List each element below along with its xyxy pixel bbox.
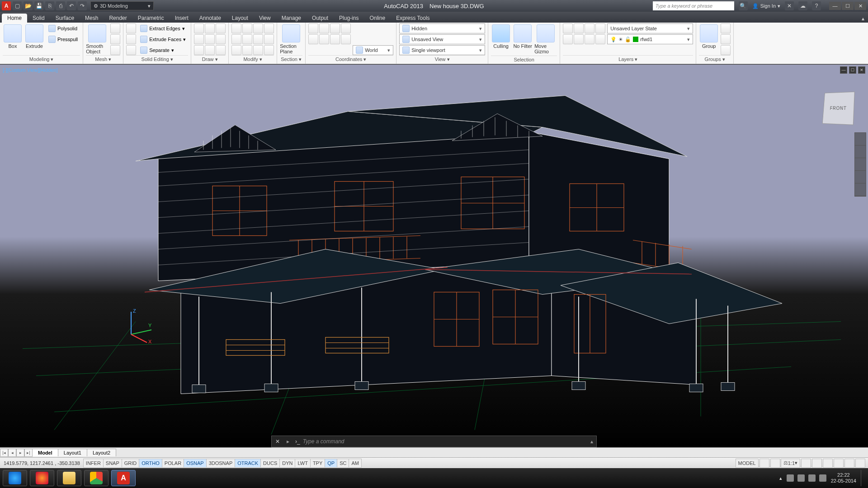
layer-tool-3-button[interactable] [585,23,594,33]
ungroup-button[interactable] [721,23,731,33]
tab-annotate[interactable]: Annotate [194,14,226,23]
tab-solid[interactable]: Solid [27,14,50,23]
tray-network-icon[interactable] [808,474,816,482]
ucs-2-button[interactable] [319,23,329,33]
tray-volume-icon[interactable] [819,474,826,482]
layer-state-dropdown[interactable]: Unsaved Layer State [607,23,693,33]
toggle-snap[interactable]: SNAP [103,459,122,468]
command-expand-icon[interactable]: ▴ [587,438,596,445]
trim-button[interactable] [253,23,263,33]
panel-title-modeling[interactable]: Modeling [3,55,80,64]
tab-surface[interactable]: Surface [50,14,80,23]
show-desktop-button[interactable] [861,470,865,486]
annotation-visibility-button[interactable] [801,459,811,468]
offset-button[interactable] [264,45,274,55]
scale-button[interactable] [242,45,252,55]
ribbon-collapse-icon[interactable]: ▴ [858,14,868,23]
section-plane-button[interactable]: Section Plane [280,23,302,54]
tab-expresstools[interactable]: Express Tools [391,14,435,23]
hardware-accel-button[interactable] [834,459,844,468]
toggle-qp[interactable]: QP [325,459,337,468]
tab-next-button[interactable]: ▸ [16,449,24,457]
viewport-config-dropdown[interactable]: Single viewport [399,45,485,55]
toggle-lwt[interactable]: LWT [295,459,310,468]
spline-button[interactable] [216,34,226,44]
mirror-button[interactable] [242,34,252,44]
explode-button[interactable] [264,34,274,44]
panel-title-coordinates[interactable]: Coordinates [308,55,393,64]
extract-edges-button[interactable]: Extract Edges ▾ [138,23,188,33]
toggle-otrack[interactable]: OTRACK [235,459,261,468]
layer-tool-4-button[interactable] [595,23,605,33]
tab-insert[interactable]: Insert [170,14,194,23]
stretch-button[interactable] [231,45,241,55]
arc-button[interactable] [216,23,226,33]
exchange-icon[interactable]: ✕ [785,1,794,10]
tab-first-button[interactable]: |◂ [0,449,8,457]
extrude-faces-button[interactable]: Extrude Faces ▾ [138,34,188,44]
help-icon[interactable]: ? [812,1,821,10]
point-button[interactable] [216,45,226,55]
extrude-button[interactable]: Extrude [24,23,44,49]
tab-output[interactable]: Output [307,14,334,23]
group-edit-button[interactable] [721,34,731,44]
polysolid-button[interactable]: Polysolid [46,23,80,33]
task-ie[interactable] [3,470,27,486]
mesh-more-3-button[interactable] [110,45,120,55]
panel-title-layers[interactable]: Layers [563,55,693,64]
tab-last-button[interactable]: ▸| [24,449,33,457]
tab-layout[interactable]: Layout [226,14,254,23]
tray-action-center-icon[interactable] [797,474,805,482]
circle-button[interactable] [194,34,204,44]
command-close-icon[interactable]: ✕ [272,438,283,445]
current-layer-dropdown[interactable]: 💡 ☀ 🔓 rfwd1 [607,34,693,44]
tab-parametric[interactable]: Parametric [132,14,170,23]
layer-tool-2-button[interactable] [574,23,584,33]
workspace-switcher-status-button[interactable] [812,459,822,468]
qat-open-icon[interactable]: 📂 [24,1,33,10]
smooth-object-button[interactable]: Smooth Object [86,23,108,54]
subtract-button[interactable] [126,34,136,44]
taskbar-clock[interactable]: 22:22 22-05-2014 [831,472,856,484]
toggle-dyn[interactable]: DYN [279,459,295,468]
union-button[interactable] [126,23,136,33]
culling-button[interactable]: Culling [491,23,511,49]
qat-saveas-icon[interactable]: ⎘ [45,1,54,10]
toggle-infer[interactable]: INFER [83,459,104,468]
panel-title-groups[interactable]: Groups [699,55,731,64]
quickview-layouts-button[interactable] [760,459,769,468]
toggle-am[interactable]: AM [349,459,362,468]
tray-keyboard-icon[interactable] [787,474,794,482]
task-firefox[interactable] [30,470,54,486]
clean-screen-button[interactable] [855,459,865,468]
visual-style-dropdown[interactable]: Hidden [399,23,485,33]
layer-tool-6-button[interactable] [574,34,584,44]
group-select-button[interactable] [721,45,731,55]
toggle-tpy[interactable]: TPY [310,459,325,468]
toggle-3dosnap[interactable]: 3DOSNAP [206,459,236,468]
panel-title-section[interactable]: Section [280,55,302,64]
array-button[interactable] [253,45,263,55]
separate-button[interactable]: Separate ▾ [138,45,188,55]
mesh-more-1-button[interactable] [110,23,120,33]
polyline-button[interactable] [205,23,215,33]
ucs-6-button[interactable] [319,34,329,44]
tab-home[interactable]: Home [2,14,27,23]
qat-redo-icon[interactable]: ↷ [78,1,87,10]
tab-render[interactable]: Render [104,14,132,23]
workspace-switcher[interactable]: ⚙ 3D Modeling [90,1,154,10]
ucs-7-button[interactable] [330,34,340,44]
search-icon[interactable]: 🔍 [739,1,748,10]
window-minimize-button[interactable]: — [829,2,841,10]
annotation-scale[interactable]: ⚖ 1:1 ▾ [781,459,800,468]
window-maximize-button[interactable]: ☐ [842,2,854,10]
ucs-1-button[interactable] [308,23,318,33]
rotate-button[interactable] [242,23,252,33]
isolate-objects-button[interactable] [844,459,854,468]
panel-title-modify[interactable]: Modify [231,55,274,64]
layer-tool-7-button[interactable] [585,34,594,44]
panel-title-view[interactable]: View [399,55,485,64]
command-line[interactable]: ✕ ▸ ›_ Type a command ▴ [271,436,597,447]
model-paper-toggle[interactable]: MODEL [736,459,759,468]
toggle-polar[interactable]: POLAR [162,459,184,468]
